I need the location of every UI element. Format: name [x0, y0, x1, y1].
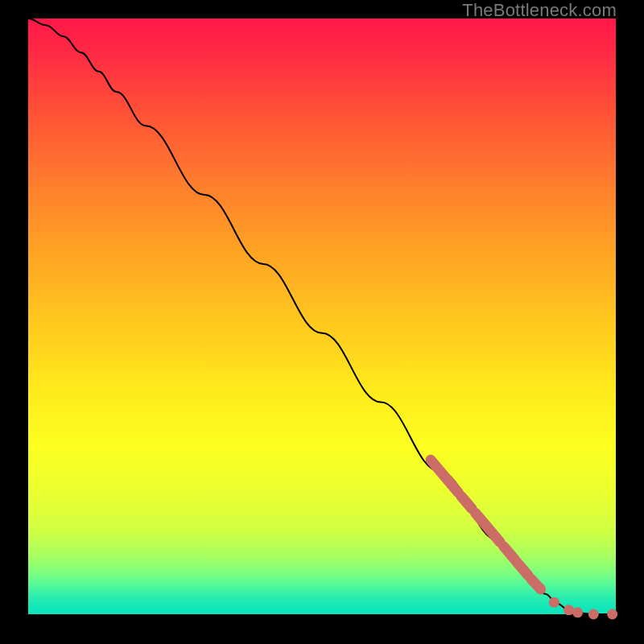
- highlight-segment: [517, 562, 529, 576]
- chart-plot-area: [28, 19, 616, 614]
- highlight-segment: [461, 496, 472, 509]
- highlight-segment: [531, 579, 541, 589]
- highlight-dot: [549, 597, 559, 608]
- chart-stage: TheBottleneck.com: [0, 0, 644, 644]
- chart-curve: [28, 19, 616, 614]
- chart-svg: [28, 19, 616, 614]
- highlight-dot: [564, 605, 574, 615]
- highlight-dot: [607, 609, 617, 620]
- highlight-segment: [476, 513, 501, 542]
- chart-highlight-segments: [431, 460, 541, 589]
- chart-highlight-dots: [549, 597, 617, 620]
- highlight-dot: [588, 609, 599, 620]
- highlight-segment: [504, 547, 515, 559]
- highlight-segment: [431, 460, 458, 493]
- highlight-dot: [572, 607, 583, 617]
- attribution-label: TheBottleneck.com: [462, 0, 617, 21]
